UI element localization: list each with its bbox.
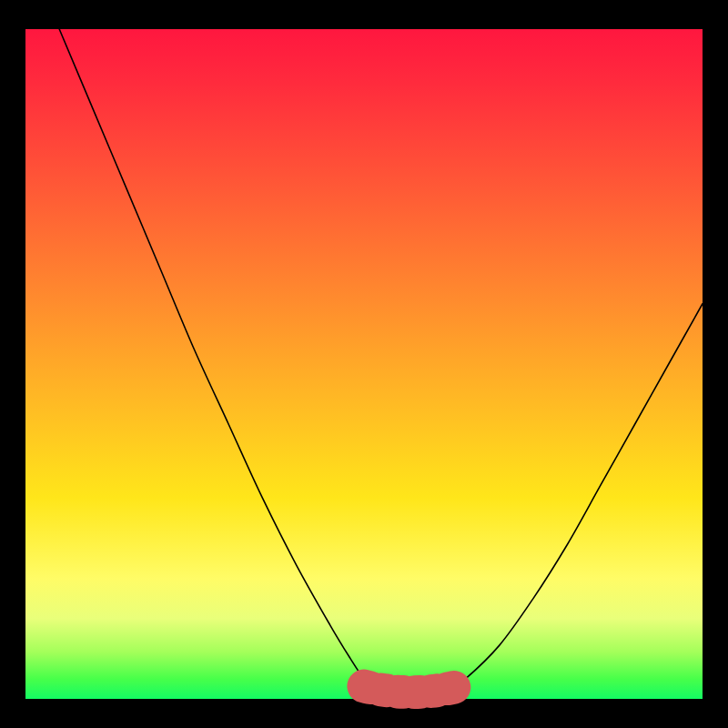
optimum-marker bbox=[364, 686, 459, 693]
curve-svg bbox=[25, 29, 703, 699]
bottleneck-curve bbox=[59, 29, 703, 700]
plot-area bbox=[25, 29, 703, 699]
chart-container: TheBottleneck.com bbox=[0, 0, 728, 728]
